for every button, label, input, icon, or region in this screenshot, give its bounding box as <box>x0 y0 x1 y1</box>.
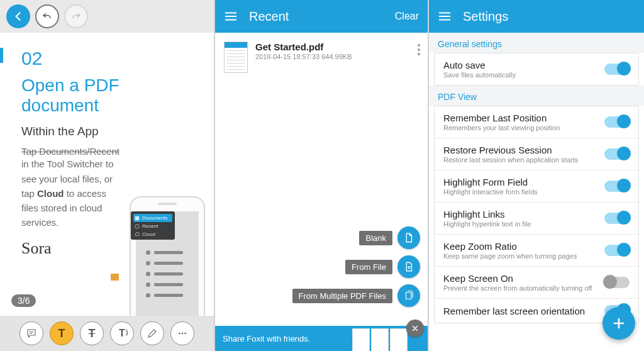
tool-comment[interactable] <box>19 321 43 345</box>
recent-pane: Recent Clear Get Started.pdf 2018-04-15 … <box>215 0 429 351</box>
tool-strikethrough[interactable]: T <box>80 321 104 345</box>
tool-highlight-text[interactable]: T <box>50 321 74 345</box>
arrow-left-icon <box>12 10 25 23</box>
undo-button[interactable] <box>35 4 59 28</box>
menu-icon[interactable] <box>224 9 238 23</box>
fab-label-from-file: From File <box>345 260 392 274</box>
file-more-button[interactable] <box>418 42 420 55</box>
files-stack-icon <box>403 290 414 301</box>
fab-from-file[interactable] <box>397 255 420 278</box>
close-icon <box>411 324 419 333</box>
setting-highlight-form-field[interactable]: Highlight Form FieldHighlight interactiv… <box>435 170 638 202</box>
pencil-icon <box>147 328 158 339</box>
more-horizontal-icon <box>177 328 188 339</box>
recent-header: Recent Clear <box>215 0 428 33</box>
tool-draw[interactable] <box>140 321 164 345</box>
doc-strike-line: Tap Documents/Recent <box>21 146 199 157</box>
section-pdf-view: PDF View <box>429 86 644 106</box>
viewer-toolbar: T T T⟩ <box>0 316 214 351</box>
recent-title: Recent <box>249 9 395 24</box>
fab-label-from-multiple: From Multiple PDF Files <box>292 289 392 303</box>
back-button[interactable] <box>6 4 30 28</box>
undo-icon <box>42 11 53 22</box>
phone-menu-overlay: Documents Recent Cloud <box>131 211 175 240</box>
plus-icon <box>611 316 626 331</box>
text-cursor-icon: T⟩ <box>119 328 125 339</box>
setting-auto-save[interactable]: Auto saveSave files automatically <box>435 53 638 85</box>
viewer-topbar <box>0 0 214 33</box>
tool-text-edit[interactable]: T⟩ <box>110 321 134 345</box>
redo-icon <box>70 11 82 22</box>
fab-label-blank: Blank <box>359 231 392 245</box>
file-name: Get Started.pdf <box>255 42 410 52</box>
doc-subheading: Within the App <box>21 125 199 138</box>
file-icon <box>403 261 414 272</box>
setting-keep-zoom[interactable]: Keep Zoom RatioKeep same page zoom when … <box>435 234 638 266</box>
toggle-keep-zoom[interactable] <box>604 245 630 256</box>
setting-restore-session[interactable]: Restore Previous SessionRestore last ses… <box>435 138 638 170</box>
doc-paragraph: in the Tool Switcher to see your local f… <box>21 157 122 230</box>
section-general: General settings <box>429 33 644 53</box>
recent-file-item[interactable]: Get Started.pdf 2018-04-15 18:57:33 644.… <box>215 33 428 79</box>
add-fab[interactable] <box>602 307 635 340</box>
clear-button[interactable]: Clear <box>395 11 419 22</box>
toggle-keep-screen-on[interactable] <box>604 277 630 288</box>
document-page[interactable]: 02 Open a PDF document Within the App Ta… <box>0 33 214 316</box>
setting-keep-screen-on[interactable]: Keep Screen OnPrevent the screen from au… <box>435 266 638 298</box>
toggle-highlight-links[interactable] <box>604 213 630 224</box>
page-number-large: 02 <box>21 48 199 69</box>
svg-point-4 <box>184 333 186 335</box>
setting-highlight-links[interactable]: Highlight LinksHighlight hyperlink text … <box>435 202 638 234</box>
comment-marker-icon[interactable] <box>111 274 119 281</box>
settings-header: Settings <box>429 0 644 33</box>
comment-icon <box>26 328 37 339</box>
pdf-viewer-pane: 02 Open a PDF document Within the App Ta… <box>0 0 215 351</box>
accent-bar <box>0 48 3 63</box>
share-banner-text: Share Foxit with friends. <box>223 334 310 343</box>
svg-point-3 <box>182 333 184 335</box>
phone-illustration: Documents Recent Cloud <box>130 196 205 335</box>
blank-page-icon <box>403 232 414 243</box>
fab-blank[interactable] <box>397 226 420 249</box>
toggle-highlight-form-field[interactable] <box>604 181 630 192</box>
svg-rect-0 <box>135 216 139 220</box>
file-thumbnail <box>224 42 248 73</box>
text-strike-icon: T <box>89 327 96 340</box>
settings-title: Settings <box>463 9 635 24</box>
setting-remember-position[interactable]: Remember Last PositionRemembers your las… <box>435 106 638 138</box>
toggle-remember-position[interactable] <box>604 116 630 128</box>
doc-heading: Open a PDF document <box>21 75 199 116</box>
toggle-auto-save[interactable] <box>604 64 630 75</box>
file-meta: 2018-04-15 18:57:33 644.99KB <box>255 53 410 60</box>
fab-from-multiple[interactable] <box>397 284 420 307</box>
banner-close-button[interactable] <box>406 320 424 337</box>
create-fab-stack: Blank From File From Multiple PDF Files <box>292 226 420 307</box>
text-t-icon: T <box>58 327 65 340</box>
banner-doc-icons <box>352 328 408 351</box>
page-indicator[interactable]: 3/6 <box>11 294 36 307</box>
tool-more[interactable] <box>170 321 194 345</box>
svg-point-1 <box>135 224 139 228</box>
share-banner[interactable]: Share Foxit with friends. <box>215 326 428 351</box>
toggle-restore-session[interactable] <box>604 148 630 160</box>
menu-icon[interactable] <box>438 9 452 23</box>
redo-button[interactable] <box>64 4 88 28</box>
svg-point-2 <box>179 333 180 335</box>
settings-pane: Settings General settings Auto saveSave … <box>429 0 644 351</box>
